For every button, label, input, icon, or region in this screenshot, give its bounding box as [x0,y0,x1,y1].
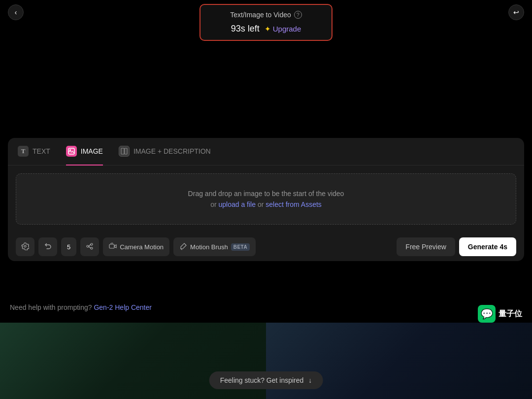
tab-image-desc[interactable]: IMAGE + DESCRIPTION [119,138,211,166]
drop-zone-main-text: Drag and drop an image to be the start o… [26,190,506,198]
wechat-text: 量子位 [499,309,522,319]
svg-rect-3 [125,148,127,154]
duration-value: 5 [67,243,70,251]
drop-zone-links: or upload a file or select from Assets [26,200,506,208]
brush-icon [179,242,187,252]
svg-point-7 [91,247,93,249]
or-text-2: or [258,200,266,208]
help-icon[interactable]: ? [294,11,302,19]
redo-icon: ↩ [513,8,519,16]
text-tab-label: TEXT [33,147,50,155]
image-desc-tab-icon [119,146,130,157]
upgrade-star-icon: ✦ [265,25,271,33]
back-button[interactable]: ‹ [8,4,24,20]
image-desc-tab-label: IMAGE + DESCRIPTION [133,147,211,155]
svg-rect-10 [109,244,114,248]
redo-button[interactable]: ↩ [508,4,524,20]
inspired-icon: ↓ [308,376,312,384]
preview-button[interactable]: Free Preview [397,237,455,256]
settings-icon [21,242,29,252]
branch-icon [86,242,94,252]
credits-row: 93s left ✦ Upgrade [210,24,322,34]
wechat-watermark: 💬 量子位 [478,305,522,323]
credits-text: 93s left [231,24,260,34]
image-tab-label: IMAGE [81,147,103,155]
svg-point-6 [91,243,93,245]
svg-line-9 [89,246,91,248]
panel-title-text: Text/Image to Video [230,11,291,19]
preview-label: Free Preview [405,243,446,251]
tabs-bar: T TEXT IMAGE IMAGE + DESCRIPTION [8,138,524,166]
upgrade-label: Upgrade [273,25,301,33]
select-assets-link[interactable]: select from Assets [266,200,322,208]
credits-panel: Text/Image to Video ? 93s left ✦ Upgrade [200,4,332,41]
generate-button[interactable]: Generate 4s [459,237,516,256]
back-icon: ‹ [15,8,17,16]
wechat-icon: 💬 [478,305,496,323]
svg-rect-2 [121,148,124,154]
main-panel: T TEXT IMAGE IMAGE + DESCRIPTION [8,138,524,261]
motion-brush-button[interactable]: Motion Brush BETA [173,237,256,256]
text-tab-icon: T [18,146,29,157]
undo-icon [44,242,52,252]
settings-button[interactable] [16,237,34,256]
upload-file-link[interactable]: upload a file [219,200,256,208]
image-tab-icon [66,146,77,157]
inspired-text: Feeling stuck? Get inspired [220,376,304,384]
help-text-area: Need help with prompting? Gen-2 Help Cen… [10,303,152,311]
beta-badge: BETA [231,243,250,251]
svg-point-5 [87,245,89,247]
svg-line-8 [89,244,91,246]
upgrade-button[interactable]: ✦ Upgrade [265,25,301,33]
duration-button[interactable]: 5 [61,237,76,256]
or-text-1: or [210,200,216,208]
camera-icon [109,242,117,252]
drop-zone[interactable]: Drag and drop an image to be the start o… [16,173,516,225]
camera-motion-label: Camera Motion [120,243,164,251]
generate-label: Generate 4s [468,243,507,251]
tab-image[interactable]: IMAGE [66,138,103,166]
svg-point-1 [69,149,71,151]
tab-text[interactable]: T TEXT [18,138,50,166]
inspired-toast[interactable]: Feeling stuck? Get inspired ↓ [209,371,323,389]
help-prefix: Need help with prompting? [10,303,92,311]
bottom-toolbar: 5 Camera Motion [8,233,524,261]
panel-title: Text/Image to Video ? [210,11,322,19]
help-center-link[interactable]: Gen-2 Help Center [94,303,152,311]
branch-button[interactable] [80,237,99,256]
svg-point-4 [24,245,26,247]
motion-brush-label: Motion Brush [190,243,228,251]
undo-button[interactable] [38,237,57,256]
camera-motion-button[interactable]: Camera Motion [103,237,169,256]
